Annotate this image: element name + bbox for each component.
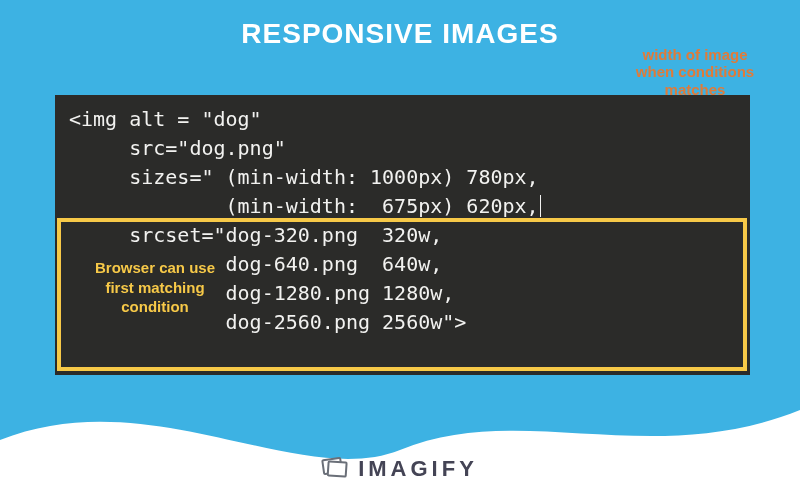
- page-title: RESPONSIVE IMAGES: [0, 0, 800, 50]
- text-cursor-icon: [540, 195, 541, 217]
- annotation-width-match: width of imagewhen conditionsmatches: [610, 46, 780, 98]
- code-line: src="dog.png": [69, 134, 736, 163]
- code-line: <img alt = "dog": [69, 105, 736, 134]
- wave-divider-icon: [0, 380, 800, 500]
- code-block: <img alt = "dog" src="dog.png" sizes=" (…: [55, 95, 750, 375]
- code-line: (min-width: 675px) 620px,: [69, 192, 736, 221]
- code-line: srcset="dog-320.png 320w,: [69, 221, 736, 250]
- brand-logo-text: IMAGIFY: [358, 456, 478, 482]
- brand-logo: IMAGIFY: [322, 456, 478, 482]
- imagify-logo-icon: [322, 458, 350, 480]
- annotation-browser-note: Browser can usefirst matchingcondition: [70, 258, 240, 317]
- code-line: sizes=" (min-width: 1000px) 780px,: [69, 163, 736, 192]
